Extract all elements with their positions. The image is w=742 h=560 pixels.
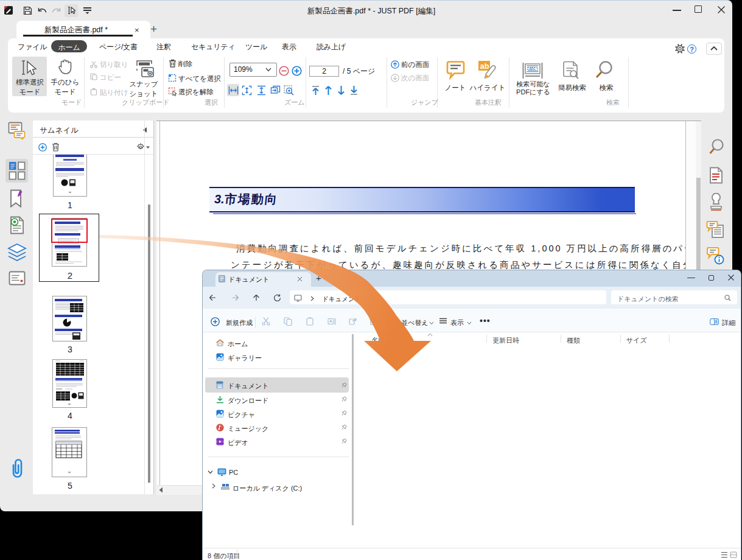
- svg-text:abc: abc: [529, 66, 536, 71]
- svg-text:ab: ab: [480, 61, 489, 71]
